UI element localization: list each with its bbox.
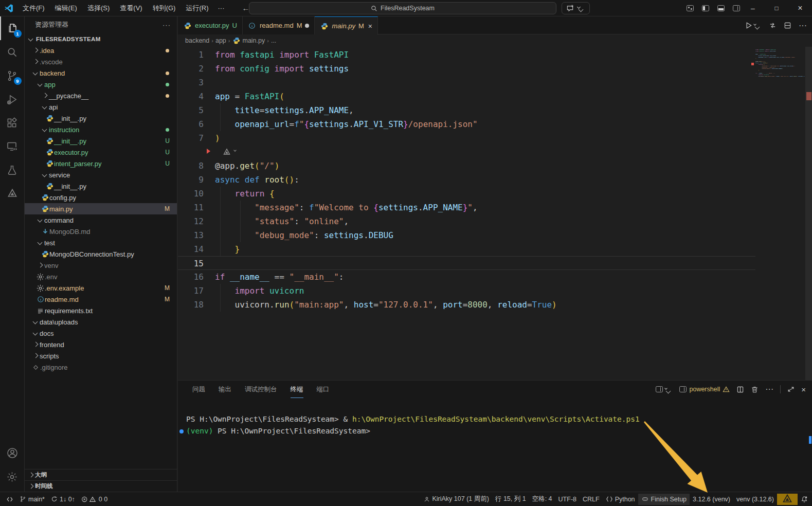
maximize-button[interactable]: □ bbox=[765, 0, 788, 16]
tree-item-test[interactable]: test bbox=[25, 237, 177, 248]
status-python-interpreter[interactable]: 3.12.6 (venv) bbox=[690, 494, 733, 505]
tree-item-command[interactable]: command bbox=[25, 214, 177, 226]
status-problems[interactable]: 0 0 bbox=[78, 494, 111, 505]
close-button[interactable]: × bbox=[788, 0, 812, 16]
command-decoration-dot[interactable] bbox=[179, 429, 184, 433]
status-git-branch[interactable]: main* bbox=[16, 494, 48, 505]
minimize-button[interactable]: – bbox=[741, 0, 765, 16]
status-finish-setup[interactable]: Finish Setup bbox=[638, 494, 690, 505]
breadcrumb-item-3[interactable]: ... bbox=[271, 37, 276, 44]
activity-settings[interactable] bbox=[0, 465, 25, 489]
status-eol[interactable]: CRLF bbox=[580, 494, 603, 505]
tree-item-requirements.txt[interactable]: requirements.txt bbox=[25, 305, 177, 316]
explorer-root-folder[interactable]: FILESREADSYSTEAM bbox=[25, 33, 177, 45]
tree-item-api[interactable]: api bbox=[25, 101, 177, 113]
terminal[interactable]: PS H:\OwnProject\FilesReadSysteam> & h:\… bbox=[178, 398, 812, 492]
status-venv-env[interactable]: venv (3.12.6) bbox=[733, 494, 777, 505]
tree-item-__init__.py[interactable]: __init__.py bbox=[25, 113, 177, 124]
toggle-panel-icon[interactable] bbox=[717, 5, 725, 11]
tree-item-.gitignore[interactable]: .gitignore bbox=[25, 362, 177, 373]
status-sync-changes[interactable]: 1↓ 0↑ bbox=[48, 494, 78, 505]
panel-tab-问题[interactable]: 问题 bbox=[192, 381, 205, 398]
status-remote-indicator[interactable] bbox=[3, 494, 16, 505]
activity-roo-extension[interactable] bbox=[0, 182, 25, 206]
tree-item-intent_parser.py[interactable]: intent_parser.pyU bbox=[25, 158, 177, 169]
breadcrumb-item-1[interactable]: app bbox=[215, 37, 226, 44]
menu-item-4[interactable]: 转到(G) bbox=[148, 0, 181, 16]
status-language-mode[interactable]: Python bbox=[603, 494, 638, 505]
tree-item-.idea[interactable]: .idea bbox=[25, 45, 177, 56]
copilot-chat-button[interactable] bbox=[562, 2, 590, 14]
tree-item-.env.example[interactable]: .env.exampleM bbox=[25, 282, 177, 294]
status-notifications-bell[interactable] bbox=[798, 494, 811, 505]
tab-main-py[interactable]: main.pyM× bbox=[315, 16, 378, 35]
inline-suggest-widget[interactable] bbox=[222, 147, 238, 156]
activity-extensions[interactable] bbox=[0, 111, 25, 135]
breadcrumb-item-2[interactable]: main.py bbox=[232, 37, 265, 45]
activity-account[interactable] bbox=[0, 441, 25, 465]
timeline-section[interactable]: 时间线 bbox=[25, 480, 177, 492]
status-encoding[interactable]: UTF-8 bbox=[555, 494, 580, 505]
explorer-more-actions-icon[interactable]: ··· bbox=[163, 21, 171, 29]
editor-scrollbar[interactable] bbox=[805, 47, 812, 380]
tree-item-app[interactable]: app bbox=[25, 79, 177, 90]
tab-readme-md[interactable]: readme.mdM bbox=[243, 16, 315, 34]
split-terminal-icon[interactable] bbox=[736, 386, 744, 393]
activity-remote-explorer[interactable] bbox=[0, 135, 25, 158]
activity-run-debug[interactable] bbox=[0, 87, 25, 111]
tree-item-data-uploads[interactable]: data\uploads bbox=[25, 316, 177, 328]
menu-item-2[interactable]: 选择(S) bbox=[82, 0, 115, 16]
tree-item-__init__.py[interactable]: __init__.py bbox=[25, 180, 177, 192]
activity-explorer[interactable]: 1 bbox=[0, 16, 25, 40]
status-indentation[interactable]: 空格: 4 bbox=[529, 494, 555, 505]
breadcrumb-item-0[interactable]: backend bbox=[185, 37, 209, 44]
tab-executor-py[interactable]: executor.pyU bbox=[178, 16, 243, 34]
tree-item-scripts[interactable]: scripts bbox=[25, 350, 177, 362]
maximize-panel-icon[interactable] bbox=[787, 386, 795, 393]
panel-tab-终端[interactable]: 终端 bbox=[291, 381, 303, 398]
activity-testing[interactable] bbox=[0, 158, 25, 182]
customize-layout-icon[interactable] bbox=[687, 5, 694, 11]
panel-tab-调试控制台[interactable]: 调试控制台 bbox=[245, 381, 277, 398]
tree-item-.env[interactable]: .env bbox=[25, 271, 177, 282]
menu-item-0[interactable]: 文件(F) bbox=[17, 0, 50, 16]
status-roo-status[interactable] bbox=[777, 494, 798, 505]
panel-more-actions-icon[interactable]: ··· bbox=[765, 385, 773, 394]
menu-item-1[interactable]: 编辑(E) bbox=[50, 0, 82, 16]
run-python-file-button[interactable] bbox=[745, 22, 762, 29]
tree-item-instruction[interactable]: instruction bbox=[25, 124, 177, 135]
menu-item-6[interactable]: ··· bbox=[213, 0, 228, 16]
toggle-secondary-sidebar-icon[interactable] bbox=[733, 5, 740, 11]
toggle-primary-sidebar-icon[interactable] bbox=[702, 5, 709, 11]
panel-tab-输出[interactable]: 输出 bbox=[219, 381, 231, 398]
trash-icon[interactable] bbox=[751, 386, 759, 393]
activity-source-control[interactable]: 9 bbox=[0, 64, 25, 87]
tree-item-docs[interactable]: docs bbox=[25, 328, 177, 339]
close-panel-icon[interactable]: × bbox=[801, 385, 806, 394]
tree-item-executor.py[interactable]: executor.pyU bbox=[25, 147, 177, 158]
command-center-search[interactable]: FilesReadSysteam bbox=[249, 2, 556, 14]
tree-item-frontend[interactable]: frontend bbox=[25, 339, 177, 350]
terminal-tab-powershell[interactable]: powershell bbox=[679, 386, 730, 393]
panel-tab-端口[interactable]: 端口 bbox=[317, 381, 330, 398]
tree-item-config.py[interactable]: config.py bbox=[25, 192, 177, 203]
status-git-blame[interactable]: KiriAky 107 (1 周前) bbox=[421, 494, 492, 505]
outline-section[interactable]: 大纲 bbox=[25, 469, 177, 480]
activity-search[interactable] bbox=[0, 40, 25, 64]
close-tab-icon[interactable]: × bbox=[368, 22, 372, 30]
tree-item-__pycache__[interactable]: __pycache__ bbox=[25, 90, 177, 101]
code-editor[interactable]: 1from fastapi import FastAPI2from config… bbox=[178, 47, 812, 380]
tree-item-service[interactable]: service bbox=[25, 169, 177, 180]
editor-more-actions-icon[interactable]: ··· bbox=[799, 21, 807, 30]
tree-item-main.py[interactable]: main.pyM bbox=[25, 203, 177, 214]
status-cursor-position[interactable]: 行 15, 列 1 bbox=[492, 494, 529, 505]
menu-item-3[interactable]: 查看(V) bbox=[115, 0, 147, 16]
tree-item-__init__.py[interactable]: __init__.pyU bbox=[25, 135, 177, 147]
menu-item-5[interactable]: 运行(R) bbox=[181, 0, 213, 16]
split-editor-icon[interactable] bbox=[784, 22, 791, 29]
tree-item-venv[interactable]: venv bbox=[25, 260, 177, 271]
minimap[interactable]: from fastapi import FastAPIfrom config i… bbox=[755, 49, 805, 111]
open-changes-icon[interactable] bbox=[769, 22, 777, 29]
terminal-launch-profile-button[interactable] bbox=[656, 386, 673, 392]
tree-item-MongoDB.md[interactable]: MongoDB.md bbox=[25, 226, 177, 237]
